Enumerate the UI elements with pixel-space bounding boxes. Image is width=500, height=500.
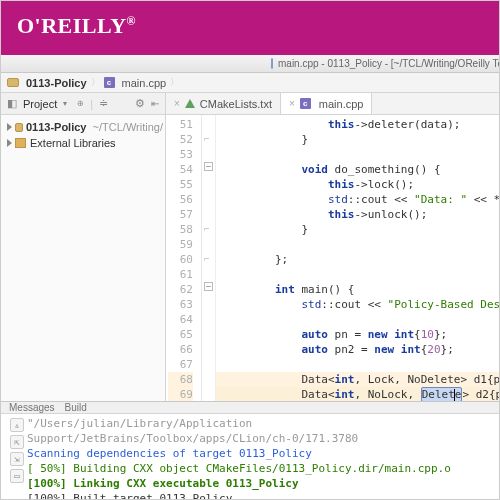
tree-root-name: 0113-Policy (26, 121, 87, 133)
breadcrumb-bar: 0113-Policy 〉 c main.cpp 〉 (1, 73, 499, 93)
bottom-panel: Messages Build ▵ ⇱ ⇲ ▭ "/Users/julian/Li… (1, 401, 499, 500)
close-icon[interactable]: × (174, 98, 180, 109)
tab-label: CMakeLists.txt (200, 98, 272, 110)
line-number-gutter: 5152535455565758596061626364656667686970… (166, 115, 202, 401)
tree-ext-libs-label: External Libraries (30, 137, 116, 149)
tree-root-path: ~/TCL/Writing/ (93, 121, 163, 133)
camera-icon: ◧ (7, 97, 17, 110)
messages-tab[interactable]: Messages (9, 402, 55, 413)
tab-main-cpp[interactable]: × c main.cpp (281, 93, 372, 114)
console-line: [ 50%] Building CXX object CMakeFiles/01… (27, 461, 493, 476)
sort-icon[interactable]: ≑ (99, 97, 108, 110)
tab-label: main.cpp (319, 98, 364, 110)
title-project: 0113_Policy (327, 58, 381, 69)
brand-name: O'REILLY (17, 13, 127, 38)
hide-icon[interactable]: ⇤ (151, 98, 159, 109)
console-line: Scanning dependencies of target 0113_Pol… (27, 446, 493, 461)
tab-cmakelists[interactable]: × CMakeLists.txt (166, 93, 281, 114)
tree-ext-libs[interactable]: External Libraries (7, 135, 163, 151)
twisty-icon[interactable] (7, 123, 12, 131)
close-icon[interactable]: × (289, 98, 295, 109)
console-export-icon[interactable]: ▭ (10, 469, 24, 483)
dropdown-icon[interactable]: ▾ (63, 99, 67, 108)
code-content[interactable]: this->deleter(data); } void do_something… (216, 115, 499, 401)
console-toolbar: ▵ ⇱ ⇲ ▭ (7, 416, 27, 500)
breadcrumb-folder[interactable]: 0113-Policy (26, 77, 87, 89)
title-file: main.cpp (278, 58, 319, 69)
project-label: Project (23, 98, 57, 110)
fold-column[interactable]: ⌐−⌐⌐− (202, 115, 216, 401)
cmake-file-icon (185, 99, 195, 108)
console-output: "/Users/julian/Library/Application Suppo… (27, 416, 493, 500)
code-editor[interactable]: 5152535455565758596061626364656667686970… (166, 115, 499, 401)
build-tab[interactable]: Build (65, 402, 87, 413)
editor: × CMakeLists.txt × c main.cpp 5152535455… (166, 93, 499, 401)
console-filter-icon[interactable]: ▵ (10, 418, 24, 432)
project-sidebar: ◧ Project ▾ ⊕ | ≑ ⚙ ⇤ 0113-Policy ~/TCL/… (1, 93, 166, 401)
console-expand-icon[interactable]: ⇲ (10, 452, 24, 466)
console-line: [100%] Linking CXX executable 0113_Polic… (27, 476, 493, 491)
divider-icon: | (90, 98, 93, 110)
console-collapse-icon[interactable]: ⇱ (10, 435, 24, 449)
options-icon[interactable]: ⊕ (77, 99, 84, 108)
library-icon (15, 138, 26, 148)
window-titlebar: main.cpp - 0113_Policy - [~/TCL/Writing/… (1, 55, 499, 73)
editor-tabs: × CMakeLists.txt × c main.cpp (166, 93, 499, 115)
tree-root[interactable]: 0113-Policy ~/TCL/Writing/ (7, 119, 163, 135)
console-line: "/Users/julian/Library/Application Suppo… (27, 416, 493, 446)
messages-header: Messages Build (1, 402, 499, 414)
twisty-icon[interactable] (7, 139, 12, 147)
project-toolwindow-header[interactable]: ◧ Project ▾ ⊕ | ≑ ⚙ ⇤ (1, 93, 165, 115)
cpp-file-icon: c (300, 98, 311, 109)
brand-bar: O'REILLY® (1, 1, 499, 55)
folder-icon (7, 78, 19, 87)
brand-logo: O'REILLY® (17, 13, 136, 38)
chevron-right-icon: 〉 (91, 76, 100, 89)
chevron-right-icon: 〉 (170, 76, 179, 89)
cpp-file-icon: c (104, 77, 115, 88)
file-icon (271, 58, 273, 69)
build-console[interactable]: ▵ ⇱ ⇲ ▭ "/Users/julian/Library/Applicati… (1, 414, 499, 500)
folder-icon (15, 123, 23, 132)
title-path: [~/TCL/Writing/OReilly Templa (391, 58, 499, 69)
gear-icon[interactable]: ⚙ (135, 97, 145, 110)
registered-mark: ® (127, 14, 136, 28)
console-line: [100%] Built target 0113_Policy (27, 491, 493, 500)
breadcrumb-file[interactable]: main.cpp (122, 77, 167, 89)
main-split: ◧ Project ▾ ⊕ | ≑ ⚙ ⇤ 0113-Policy ~/TCL/… (1, 93, 499, 401)
project-tree[interactable]: 0113-Policy ~/TCL/Writing/ External Libr… (1, 115, 165, 155)
app-window: O'REILLY® main.cpp - 0113_Policy - [~/TC… (0, 0, 500, 500)
